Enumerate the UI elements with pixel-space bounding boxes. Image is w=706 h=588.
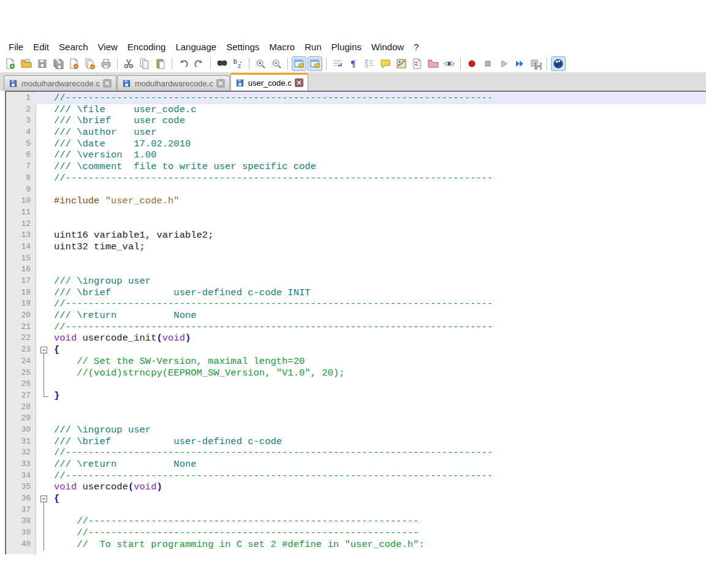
fold-margin — [36, 539, 53, 551]
code-text[interactable]: //--------------------------------------… — [53, 92, 706, 104]
code-text[interactable]: { — [53, 493, 706, 505]
close-all-icon[interactable] — [83, 57, 97, 70]
code-text[interactable]: /// \version 1.00 — [53, 149, 706, 161]
toolbar-separator — [460, 58, 461, 70]
undo-icon[interactable] — [176, 57, 190, 70]
code-text[interactable]: //--------------------------------------… — [53, 516, 706, 527]
fold-margin — [36, 149, 53, 161]
toolbar-separator — [326, 58, 327, 70]
close-file-icon[interactable] — [67, 57, 81, 70]
code-text[interactable]: void usercode(void) — [53, 481, 706, 493]
code-text[interactable]: /// \file user_code.c — [53, 104, 706, 116]
code-text[interactable] — [53, 184, 706, 196]
menu-item-edit[interactable]: Edit — [28, 39, 54, 55]
code-text[interactable] — [53, 505, 706, 516]
code-text[interactable] — [53, 379, 706, 390]
zoom-out-icon[interactable] — [270, 57, 283, 70]
menu-item-language[interactable]: Language — [170, 39, 221, 55]
tab-label: modulhardwarecode.c — [21, 79, 100, 88]
folder-as-workspace-icon[interactable] — [427, 57, 440, 70]
menu-item-help[interactable]: ? — [409, 39, 423, 55]
macro-record-icon[interactable] — [465, 57, 479, 70]
plugin-cookie-icon[interactable] — [552, 57, 565, 70]
sync-horizontal-scroll-icon[interactable] — [308, 57, 322, 70]
document-monitoring-icon[interactable] — [442, 57, 456, 70]
code-text[interactable] — [53, 264, 706, 276]
code-text[interactable] — [53, 207, 706, 219]
menu-item-view[interactable]: View — [93, 39, 123, 55]
tab-close-icon[interactable] — [216, 79, 225, 88]
zoom-in-icon[interactable] — [254, 57, 267, 70]
code-text[interactable]: } — [53, 390, 706, 402]
find-icon[interactable] — [215, 57, 229, 70]
new-file-icon[interactable] — [4, 57, 17, 70]
code-text[interactable]: /// \brief user-defined c-code — [53, 436, 706, 448]
sync-vertical-scroll-icon[interactable] — [292, 57, 306, 70]
code-text[interactable]: /// \return None — [53, 459, 706, 470]
menu-item-settings[interactable]: Settings — [221, 39, 264, 55]
code-text[interactable]: //--------------------------------------… — [53, 322, 706, 333]
macro-run-multiple-icon[interactable] — [513, 57, 526, 70]
tab-user_code-c[interactable]: 0">user_code.c — [230, 73, 308, 91]
show-all-characters-icon[interactable]: ¶ — [347, 57, 360, 70]
code-text[interactable]: /// \author user — [53, 127, 706, 138]
fold-collapse-icon[interactable] — [36, 493, 53, 505]
menu-item-file[interactable]: File — [4, 39, 28, 55]
macro-save-icon[interactable] — [529, 57, 542, 70]
menu-item-encoding[interactable]: Encoding — [123, 39, 171, 55]
tab-modulhardwarecode-c[interactable]: 0">modulhardwarecode.c — [4, 75, 116, 91]
macro-stop-icon[interactable] — [481, 57, 495, 70]
menu-item-run[interactable]: Run — [300, 39, 327, 55]
code-text[interactable]: //--------------------------------------… — [53, 527, 706, 539]
function-list-icon[interactable] — [411, 57, 424, 70]
code-text[interactable]: { — [53, 344, 706, 356]
paste-icon[interactable] — [154, 57, 167, 70]
code-text[interactable]: /// \date 17.02.2010 — [53, 138, 706, 150]
tab-close-icon[interactable] — [295, 78, 303, 87]
code-text[interactable]: // Set the SW-Version, maximal length=20 — [53, 356, 706, 368]
code-text[interactable]: // To start programming in C set 2 #defi… — [53, 539, 706, 551]
code-text[interactable]: /// \brief user-defined c-code INIT — [53, 287, 706, 299]
document-map-icon[interactable] — [395, 57, 408, 70]
show-indent-guide-icon[interactable] — [363, 57, 376, 70]
code-text[interactable] — [53, 253, 706, 265]
code-text[interactable]: /// \ingroup user — [53, 424, 706, 436]
open-file-icon[interactable] — [20, 57, 33, 70]
code-text[interactable]: //--------------------------------------… — [53, 470, 706, 482]
save-all-icon[interactable] — [51, 57, 65, 70]
code-text[interactable] — [53, 219, 706, 230]
code-text[interactable]: void usercode_init(void) — [53, 333, 706, 344]
code-text[interactable]: //(void)strncpy(EEPROM_SW_Version, "V1.0… — [53, 368, 706, 379]
copy-icon[interactable] — [138, 57, 151, 70]
cut-icon[interactable] — [122, 57, 135, 70]
code-text[interactable]: #include "user_code.h" — [53, 195, 706, 207]
redo-icon[interactable] — [192, 57, 206, 70]
code-text[interactable]: /// \brief user code — [53, 115, 706, 127]
menu-item-macro[interactable]: Macro — [264, 39, 300, 55]
fold-collapse-icon[interactable] — [36, 344, 53, 356]
code-text[interactable]: uint16 variable1, variable2; — [53, 230, 706, 241]
replace-icon[interactable]: bz — [231, 57, 245, 70]
line-number: 38 — [6, 516, 36, 527]
code-editor[interactable]: 1//-------------------------------------… — [5, 91, 706, 554]
code-text[interactable]: //--------------------------------------… — [53, 447, 706, 459]
tab-close-icon[interactable] — [103, 79, 112, 88]
print-icon[interactable] — [99, 57, 113, 70]
tab-modulhardwarecode-c[interactable]: 0">modulhardwarecode.c — [117, 75, 230, 91]
save-file-icon[interactable] — [36, 57, 49, 70]
code-text[interactable] — [53, 402, 706, 413]
code-text[interactable]: /// \comment file to write user specific… — [53, 161, 706, 173]
word-wrap-icon[interactable] — [331, 57, 344, 70]
code-text[interactable] — [53, 413, 706, 424]
code-text[interactable]: //--------------------------------------… — [53, 173, 706, 184]
code-text[interactable]: uint32 time_val; — [53, 241, 706, 253]
menu-item-plugins[interactable]: Plugins — [327, 39, 366, 55]
line-number: 20 — [6, 310, 36, 322]
menu-item-window[interactable]: Window — [366, 39, 409, 55]
code-text[interactable]: /// \return None — [53, 310, 706, 322]
code-text[interactable]: /// \ingroup user — [53, 276, 706, 287]
menu-item-search[interactable]: Search — [54, 39, 93, 55]
user-defined-language-icon[interactable] — [379, 57, 392, 70]
macro-play-icon[interactable] — [497, 57, 511, 70]
code-text[interactable]: //--------------------------------------… — [53, 298, 706, 310]
